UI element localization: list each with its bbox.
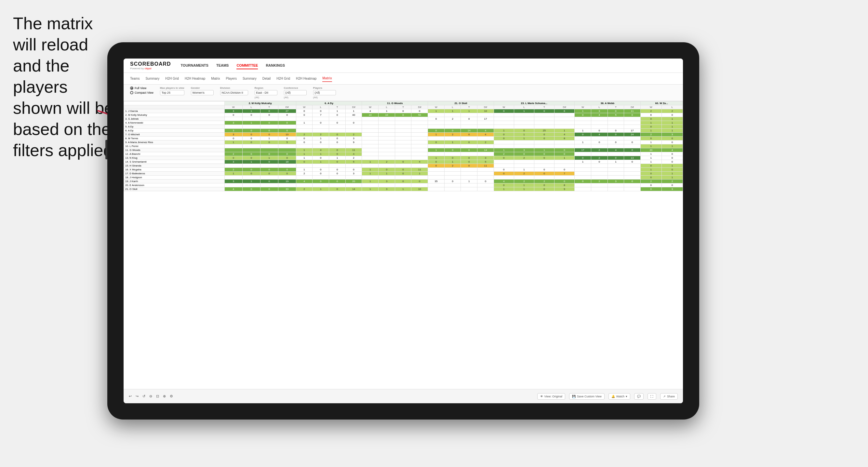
zoom-fit-icon[interactable]: ⊡ bbox=[156, 394, 159, 398]
matrix-cell: 2 bbox=[661, 180, 683, 183]
nav-committee[interactable]: COMMITTEE bbox=[237, 62, 258, 69]
player-name: 12. A Bianchi bbox=[124, 152, 225, 156]
region-select[interactable]: East - DII bbox=[255, 90, 277, 95]
subnav-teams[interactable]: Teams bbox=[130, 75, 140, 82]
subnav-matrix[interactable]: Matrix bbox=[211, 75, 220, 82]
matrix-cell bbox=[362, 148, 378, 152]
subnav-players[interactable]: Players bbox=[226, 75, 237, 82]
col-header-player6: 38. A Webb bbox=[575, 101, 641, 105]
matrix-cell bbox=[362, 121, 378, 125]
matrix-cell: 0 bbox=[395, 160, 411, 164]
matrix-cell bbox=[444, 121, 461, 125]
nav-teams[interactable]: TEAMS bbox=[216, 62, 229, 69]
reset-icon[interactable]: ↺ bbox=[143, 394, 145, 398]
save-custom-btn[interactable]: 💾 Save Custom View bbox=[569, 393, 604, 400]
matrix-cell: 0 bbox=[260, 141, 278, 145]
matrix-cell bbox=[514, 141, 534, 145]
view-original-icon: 👁 bbox=[540, 395, 543, 398]
subnav-detail[interactable]: Detail bbox=[262, 75, 271, 82]
player-name: 20. E Andersson bbox=[124, 183, 225, 187]
zoom-in-icon[interactable]: ⊕ bbox=[163, 394, 166, 398]
matrix-cell bbox=[329, 183, 346, 187]
comment-btn[interactable]: 💬 bbox=[634, 393, 644, 400]
matrix-cell bbox=[395, 183, 411, 187]
matrix-cell: 2 bbox=[514, 156, 534, 160]
player-name: 21. O Stoll bbox=[124, 187, 225, 191]
matrix-cell bbox=[395, 121, 411, 125]
subnav-matrix2[interactable]: Matrix bbox=[322, 75, 332, 82]
share-btn[interactable]: ↗ Share bbox=[660, 393, 678, 400]
matrix-cell: 0 bbox=[395, 109, 411, 113]
matrix-cell: 5 bbox=[477, 160, 494, 164]
matrix-cell: 0 bbox=[661, 160, 683, 164]
full-view-option[interactable]: Full View bbox=[130, 87, 154, 90]
nav-tournaments[interactable]: TOURNAMENTS bbox=[181, 62, 209, 69]
settings-icon[interactable]: ⚙ bbox=[170, 394, 173, 398]
subnav-h2h-heatmap[interactable]: H2H Heatmap bbox=[185, 75, 205, 82]
full-view-radio[interactable] bbox=[130, 87, 133, 90]
matrix-cell bbox=[534, 176, 554, 180]
nav-rankings[interactable]: RANKINGS bbox=[266, 62, 285, 69]
subnav-h2h-grid2[interactable]: H2H Grid bbox=[276, 75, 290, 82]
matrix-cell bbox=[477, 136, 494, 141]
matrix-cell bbox=[345, 117, 362, 121]
matrix-cell: 2 bbox=[345, 156, 362, 160]
matrix-cell: 0 bbox=[640, 125, 661, 129]
zoom-out-icon[interactable]: ⊖ bbox=[149, 394, 152, 398]
matrix-cell bbox=[461, 187, 477, 191]
matrix-cell bbox=[534, 145, 554, 148]
matrix-cell bbox=[444, 168, 461, 172]
matrix-cell bbox=[591, 176, 608, 180]
matrix-cell: 0 bbox=[514, 129, 534, 133]
matrix-cell: 0 bbox=[555, 148, 575, 152]
matrix-cell: 9 bbox=[345, 141, 362, 145]
matrix-cell bbox=[296, 129, 313, 133]
matrix-cell bbox=[461, 136, 477, 141]
matrix-cell bbox=[296, 176, 313, 180]
matrix-cell: 4 bbox=[411, 160, 428, 164]
expand-btn[interactable]: ⛶ bbox=[648, 393, 656, 400]
tablet-screen: SCOREBOARD Powered by clippd TOURNAMENTS… bbox=[124, 59, 683, 403]
division-label: Division bbox=[220, 87, 248, 89]
matrix-cell bbox=[575, 168, 591, 172]
matrix-cell bbox=[624, 168, 641, 172]
matrix-container[interactable]: 2. M Kelly Mulcahy 6. A Dy 11. G Woods 2… bbox=[124, 101, 683, 368]
matrix-cell: 1 bbox=[494, 148, 514, 152]
subnav-summary[interactable]: Summary bbox=[145, 75, 159, 82]
table-row: 6. A Dy300000144102511001711 bbox=[124, 129, 683, 133]
redo-icon[interactable]: ↪ bbox=[135, 394, 138, 398]
gender-select[interactable]: Women's bbox=[191, 90, 214, 95]
matrix-cell: 2 bbox=[296, 133, 313, 136]
subnav-h2h-grid[interactable]: H2H Grid bbox=[165, 75, 179, 82]
compact-view-radio[interactable] bbox=[130, 91, 133, 94]
matrix-cell bbox=[242, 148, 260, 152]
matrix-cell bbox=[224, 117, 242, 121]
players-select[interactable]: (All) bbox=[313, 90, 336, 95]
matrix-cell bbox=[224, 183, 242, 187]
view-original-btn[interactable]: 👁 View: Original bbox=[537, 393, 565, 400]
matrix-cell bbox=[242, 125, 260, 129]
row-header-empty bbox=[124, 101, 225, 105]
matrix-cell: 1 bbox=[514, 168, 534, 172]
table-row: 17. D Ballesteros100020031101020701 bbox=[124, 172, 683, 176]
matrix-cell: 0 bbox=[661, 156, 683, 160]
subnav-summary2[interactable]: Summary bbox=[243, 75, 257, 82]
matrix-cell: 0 bbox=[494, 168, 514, 172]
matrix-cell bbox=[345, 145, 362, 148]
undo-icon[interactable]: ↩ bbox=[129, 394, 132, 398]
matrix-cell: 0 bbox=[477, 180, 494, 183]
conference-select[interactable]: (All) bbox=[284, 90, 307, 95]
compact-view-option[interactable]: Compact View bbox=[130, 91, 154, 94]
max-players-select[interactable]: Top 25 bbox=[160, 90, 184, 95]
matrix-cell: 2 bbox=[534, 180, 554, 183]
matrix-cell: 2 bbox=[313, 133, 329, 136]
division-select[interactable]: NCAA Division II bbox=[220, 90, 248, 95]
players-filter: Players (All) (All) bbox=[313, 87, 336, 99]
subnav-h2h-heatmap2[interactable]: H2H Heatmap bbox=[296, 75, 316, 82]
matrix-cell: 1 bbox=[575, 160, 591, 164]
matrix-cell: 0 bbox=[345, 121, 362, 125]
matrix-cell bbox=[624, 125, 641, 129]
expand-icon: ⛶ bbox=[650, 395, 653, 398]
matrix-cell: 0 bbox=[260, 129, 278, 133]
watch-btn[interactable]: 🔔 Watch ▾ bbox=[609, 393, 630, 400]
